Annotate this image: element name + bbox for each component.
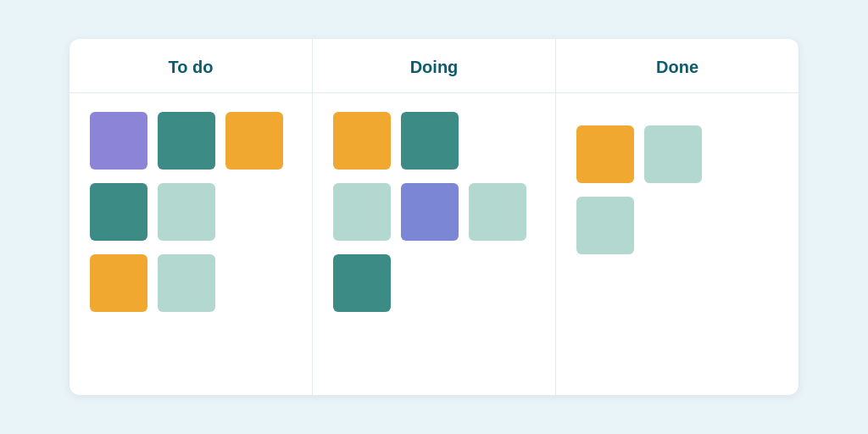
card-orange[interactable] [90,254,147,312]
card-row [333,254,535,312]
card-mint[interactable] [158,254,215,312]
card-teal[interactable] [90,183,147,241]
card-teal[interactable] [158,112,215,170]
card-row [90,183,292,241]
col-header-doing: Doing [313,39,556,92]
card-orange[interactable] [576,125,634,183]
card-purple[interactable] [90,112,147,170]
col-todo [70,93,313,395]
card-row [90,112,292,170]
card-row [333,183,535,241]
col-header-done: Done [556,39,798,92]
board-body [70,93,798,395]
card-orange[interactable] [333,112,391,170]
card-mint[interactable] [576,197,634,254]
card-mint[interactable] [158,183,215,241]
board-header: To do Doing Done [70,39,798,93]
col-doing [313,93,556,395]
card-mint[interactable] [644,125,702,183]
card-teal[interactable] [401,112,459,170]
card-teal[interactable] [333,254,391,312]
card-row [90,254,292,312]
col-header-todo: To do [70,39,313,92]
col-done [556,93,798,395]
card-blue[interactable] [401,183,459,241]
card-orange[interactable] [225,112,283,170]
card-row [576,197,778,254]
card-mint[interactable] [333,183,391,241]
card-row [333,112,535,170]
card-mint[interactable] [469,183,526,241]
kanban-board: To do Doing Done [70,39,798,395]
card-row [576,125,778,183]
